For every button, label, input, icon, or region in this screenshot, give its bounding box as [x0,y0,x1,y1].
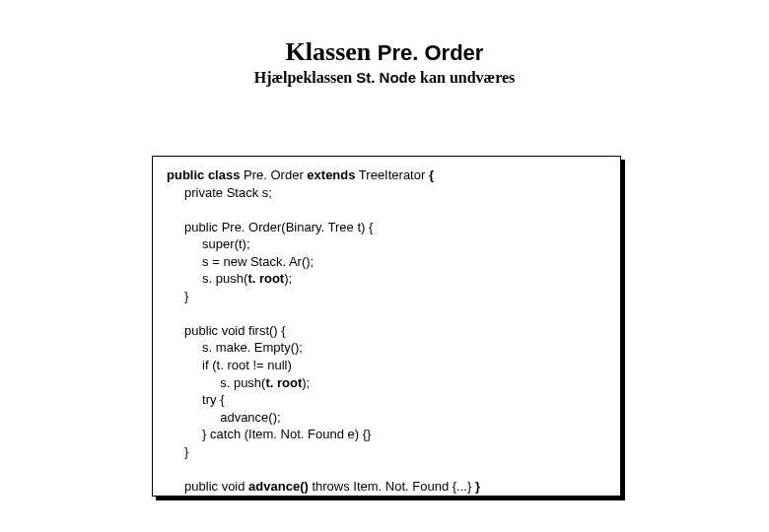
code-l6a: s. push( [167,271,247,286]
title-part2: Pre. Order [378,40,484,65]
code-l10: if (t. root != null) [167,357,606,374]
slide: Klassen Pre. Order Hjælpeklassen St. Nod… [0,37,769,532]
code-l1c: extends [307,167,355,182]
code-box: public class Pre. Order extends TreeIter… [152,156,621,497]
code-l11a: s. push( [167,375,265,390]
code-l3: public Pre. Order(Binary. Tree t) { [167,219,606,236]
code-l11c: ); [302,375,310,390]
code-l1e: { [429,167,434,182]
code-l7: } [167,288,606,305]
code-blank2 [167,304,606,322]
code-l11b: t. root [265,375,302,390]
code-l5: s = new Stack. Ar(); [167,253,606,271]
code-l1d: TreeIterator [355,167,428,182]
code-blank1 [167,201,606,219]
code-l16d: } [475,479,480,494]
subtitle-part3: kan undværes [420,69,515,86]
code-l6c: ); [284,271,292,286]
code-l2: private Stack s; [167,184,606,202]
slide-subtitle: Hjælpeklassen St. Node kan undværes [0,69,769,87]
code-l15: } [167,443,606,461]
code-l9: s. make. Empty(); [167,339,606,357]
code-l1a: public class [167,167,240,182]
slide-title: Klassen Pre. Order [0,37,769,67]
code-l16a: public void [167,479,248,494]
subtitle-part2: St. Node [356,69,416,86]
code-l14: } catch (Item. Not. Found e) {} [167,426,606,443]
code-l13: advance(); [167,409,606,427]
code-l16c: throws Item. Not. Found {...} [309,479,475,494]
code-l8: public void first() { [167,322,606,340]
subtitle-part1: Hjælpeklassen [254,69,357,86]
code-l4: super(t); [167,235,606,253]
code-blank3 [167,460,606,478]
code-l12: try { [167,391,606,409]
title-part1: Klassen [286,37,378,66]
code-l16b: advance() [248,479,309,494]
code-l6b: t. root [247,271,284,286]
code-l1b: Pre. Order [240,167,307,182]
